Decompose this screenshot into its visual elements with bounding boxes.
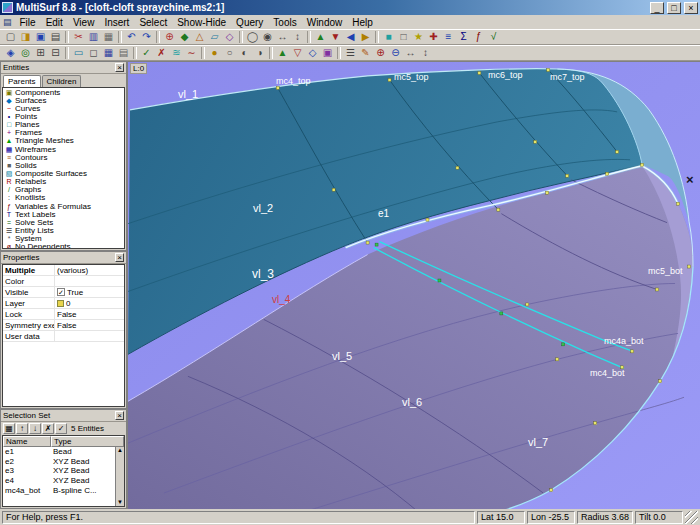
property-row-lock[interactable]: LockFalse: [3, 309, 124, 320]
property-row-visible[interactable]: Visible✓True: [3, 287, 124, 298]
property-value[interactable]: False: [55, 309, 124, 319]
insert-solid-button-icon[interactable]: ◇: [222, 30, 237, 44]
open-file-button-icon[interactable]: ◨: [18, 30, 33, 44]
view-down-button-icon[interactable]: ▼: [328, 30, 343, 44]
move-down-icon[interactable]: ↓: [29, 423, 41, 434]
edit-button-icon[interactable]: ✎: [358, 46, 373, 60]
property-value[interactable]: 0: [55, 298, 124, 308]
insert-point-button-icon[interactable]: ⊕: [162, 30, 177, 44]
formula-button-icon[interactable]: ƒ: [471, 30, 486, 44]
move-up-icon[interactable]: ↑: [16, 423, 28, 434]
insert-surface-button-icon[interactable]: ▱: [207, 30, 222, 44]
zoom-extents-button-icon[interactable]: ◉: [260, 30, 275, 44]
diamond-button-icon[interactable]: ◇: [305, 46, 320, 60]
selection-row-e4[interactable]: e4XYZ Bead: [3, 476, 124, 486]
menu-item-edit[interactable]: Edit: [41, 16, 68, 29]
entities-panel-close-icon[interactable]: ×: [115, 63, 124, 72]
curve-button-icon[interactable]: ∼: [184, 46, 199, 60]
square-button-icon[interactable]: ▣: [320, 46, 335, 60]
tri-down-button-icon[interactable]: ▽: [290, 46, 305, 60]
property-value[interactable]: False: [55, 320, 124, 330]
selection-row-e1[interactable]: e1Bead: [3, 447, 124, 457]
minus-button-icon[interactable]: ⊖: [388, 46, 403, 60]
tree-item-no-dependents[interactable]: øNo Dependents: [3, 243, 124, 249]
new-file-button-icon[interactable]: ▢: [3, 30, 18, 44]
waves-button-icon[interactable]: ≋: [169, 46, 184, 60]
snap-button-icon[interactable]: ◎: [18, 46, 33, 60]
ring-button-icon[interactable]: ○: [222, 46, 237, 60]
selection-row-e2[interactable]: e2XYZ Bead: [3, 457, 124, 467]
tri-up-button-icon[interactable]: ▲: [275, 46, 290, 60]
bead-button-icon[interactable]: ●: [207, 46, 222, 60]
rotate-button-icon[interactable]: ↕: [290, 30, 305, 44]
resize-grip[interactable]: [685, 511, 698, 524]
grid-off-button-icon[interactable]: ⊟: [48, 46, 63, 60]
tab-parents[interactable]: Parents: [3, 75, 41, 87]
insert-curve-button-icon[interactable]: △: [192, 30, 207, 44]
measure-h-button-icon[interactable]: ↔: [403, 46, 418, 60]
selection-row-e3[interactable]: e3XYZ Bead: [3, 466, 124, 476]
plan-view-button-icon[interactable]: ▭: [71, 46, 86, 60]
measure-v-button-icon[interactable]: ↕: [418, 46, 433, 60]
list-button-icon[interactable]: ≡: [441, 30, 456, 44]
add-button-icon[interactable]: ✚: [426, 30, 441, 44]
perspective-view-button-icon[interactable]: ▤: [116, 46, 131, 60]
view-right-button-icon[interactable]: ▶: [358, 30, 373, 44]
menu-item-insert[interactable]: Insert: [99, 16, 134, 29]
view-up-button-icon[interactable]: ▲: [313, 30, 328, 44]
body-view-button-icon[interactable]: ▦: [101, 46, 116, 60]
pan-button-icon[interactable]: ↔: [275, 30, 290, 44]
select-mode-button-icon[interactable]: ◈: [3, 46, 18, 60]
menu-list-button-icon[interactable]: ☰: [343, 46, 358, 60]
menu-item-tools[interactable]: Tools: [268, 16, 301, 29]
menu-item-select[interactable]: Select: [134, 16, 172, 29]
checkbox-checked-icon[interactable]: ✓: [57, 288, 65, 296]
insert-entity-button-icon[interactable]: ◆: [177, 30, 192, 44]
selection-panel-close-icon[interactable]: ×: [115, 411, 124, 420]
properties-header-value[interactable]: (various): [55, 265, 124, 275]
3d-viewport[interactable]: vl_1mc4_topmc5_topmc6_topmc7_topvl_2e1vl…: [127, 61, 700, 509]
hide-button-icon[interactable]: ✗: [154, 46, 169, 60]
property-value[interactable]: ✓True: [55, 287, 124, 297]
property-value[interactable]: [55, 276, 124, 286]
selection-scrollbar[interactable]: ▲ ▼: [115, 447, 124, 506]
redo-button-icon[interactable]: ↷: [139, 30, 154, 44]
half-left-button-icon[interactable]: ◐: [237, 46, 252, 60]
remove-icon[interactable]: ✗: [42, 423, 54, 434]
paste-button-icon[interactable]: ▦: [101, 30, 116, 44]
show-button-icon[interactable]: ✓: [139, 46, 154, 60]
shade-button-icon[interactable]: ■: [381, 30, 396, 44]
property-row-layer[interactable]: Layer0: [3, 298, 124, 309]
menu-item-file[interactable]: File: [15, 16, 41, 29]
cut-button-icon[interactable]: ✂: [71, 30, 86, 44]
column-header-type[interactable]: Type: [51, 436, 124, 447]
grid-on-button-icon[interactable]: ⊞: [33, 46, 48, 60]
save-button-icon[interactable]: ▣: [33, 30, 48, 44]
root-button-icon[interactable]: √: [486, 30, 501, 44]
property-row-color[interactable]: Color: [3, 276, 124, 287]
menu-item-window[interactable]: Window: [302, 16, 348, 29]
menu-item-help[interactable]: Help: [347, 16, 378, 29]
close-button[interactable]: ×: [684, 2, 698, 14]
apply-icon[interactable]: ✓: [55, 423, 67, 434]
menu-item-view[interactable]: View: [68, 16, 100, 29]
menu-item-show-hide[interactable]: Show-Hide: [172, 16, 231, 29]
scroll-down-icon[interactable]: ▼: [117, 499, 123, 506]
property-row-user-data[interactable]: User data: [3, 331, 124, 342]
plus-button-icon[interactable]: ⊕: [373, 46, 388, 60]
sum-button-icon[interactable]: Σ: [456, 30, 471, 44]
zoom-button-icon[interactable]: ◯: [245, 30, 260, 44]
undo-button-icon[interactable]: ↶: [124, 30, 139, 44]
selection-row-mc4a-bot[interactable]: mc4a_botB-spline C...: [3, 485, 124, 495]
property-row-symmetry-exempt[interactable]: Symmetry exemptFalse: [3, 320, 124, 331]
copy-button-icon[interactable]: ▥: [86, 30, 101, 44]
half-right-button-icon[interactable]: ◑: [252, 46, 267, 60]
maximize-button[interactable]: □: [667, 2, 681, 14]
column-header-name[interactable]: Name: [3, 436, 51, 447]
tab-children[interactable]: Children: [42, 75, 82, 87]
layer-indicator[interactable]: L:0: [130, 63, 147, 74]
property-value[interactable]: [55, 331, 124, 341]
print-button-icon[interactable]: ▤: [48, 30, 63, 44]
scroll-up-icon[interactable]: ▲: [117, 447, 123, 454]
minimize-button[interactable]: _: [650, 2, 664, 14]
